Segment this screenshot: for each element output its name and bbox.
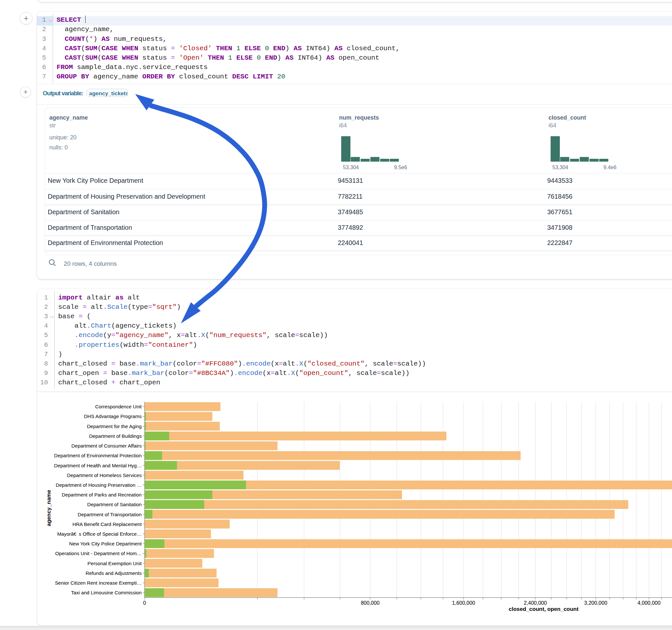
svg-text:HRA Benefit Card Replacement: HRA Benefit Card Replacement [72, 522, 142, 527]
svg-text:3,200,000: 3,200,000 [584, 600, 607, 606]
svg-text:Department of Health and Menta: Department of Health and Mental Hyg… [54, 463, 142, 468]
svg-text:Mayorâ€ s Office of Special En: Mayorâ€ s Office of Special Enforce… [57, 531, 142, 537]
svg-text:Department for the Aging: Department for the Aging [87, 423, 142, 429]
svg-text:Department of Environmental Pr: Department of Environmental Protection [54, 453, 142, 458]
svg-text:Department of Transportation: Department of Transportation [77, 512, 142, 517]
svg-text:0: 0 [143, 600, 146, 606]
svg-text:Department of Homeless Service: Department of Homeless Services [67, 472, 142, 478]
svg-text:Operations Unit - Department o: Operations Unit - Department of Hom… [55, 551, 142, 556]
svg-text:New York City Police Departmen: New York City Police Department [69, 541, 142, 547]
svg-text:2,400,000: 2,400,000 [524, 600, 547, 606]
svg-text:1,600,000: 1,600,000 [452, 600, 475, 606]
svg-text:DHS Advantage Programs: DHS Advantage Programs [84, 414, 142, 419]
svg-text:agency_name: agency_name [46, 490, 52, 526]
svg-text:Department of Buildings: Department of Buildings [89, 433, 142, 439]
svg-text:closed_count, open_count: closed_count, open_count [509, 606, 579, 612]
svg-text:Department of Sanitation: Department of Sanitation [87, 502, 142, 507]
svg-text:Taxi and Limousine Commission: Taxi and Limousine Commission [71, 590, 142, 595]
svg-text:4,000,000: 4,000,000 [637, 600, 660, 606]
svg-text:Department of Parks and Recrea: Department of Parks and Recreation [62, 492, 142, 498]
svg-text:800,000: 800,000 [361, 600, 380, 606]
svg-text:Senior Citizen Rent Increase E: Senior Citizen Rent Increase Exempti… [55, 580, 142, 586]
svg-text:Refunds and Adjustments: Refunds and Adjustments [86, 571, 142, 576]
svg-text:Correspondence Unit: Correspondence Unit [95, 404, 142, 409]
svg-text:Department of Housing Preserva: Department of Housing Preservation … [56, 482, 142, 488]
svg-text:Department of Consumer Affairs: Department of Consumer Affairs [71, 443, 142, 449]
svg-text:Personal Exemption Unit: Personal Exemption Unit [88, 561, 142, 566]
